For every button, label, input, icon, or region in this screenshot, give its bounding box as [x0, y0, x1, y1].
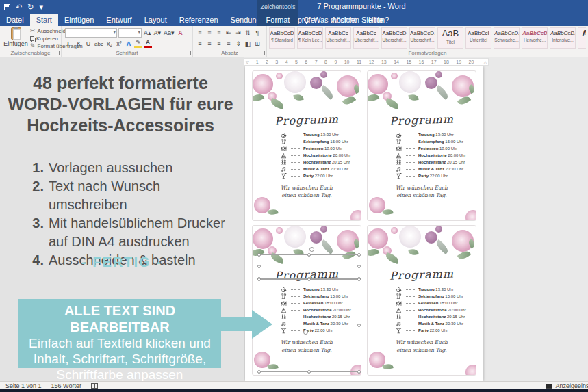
- display-settings-label[interactable]: Anzeigeeinst: [555, 382, 588, 389]
- align-center-button[interactable]: ≡: [205, 39, 214, 49]
- program-item[interactable]: Festessen 18:00 Uhr: [395, 145, 476, 152]
- shading-button[interactable]: ◧: [244, 39, 252, 49]
- program-item[interactable]: Party 22:00 Uhr: [395, 172, 476, 179]
- redo-icon[interactable]: ↻: [27, 3, 34, 11]
- program-title-textbox[interactable]: Programm: [368, 266, 476, 283]
- program-item[interactable]: Trauung 13:30 Uhr: [395, 131, 476, 138]
- bullet-list-button[interactable]: ≡: [196, 28, 204, 38]
- style-chip[interactable]: AaBbCcD¶ Standard: [269, 27, 295, 49]
- subscript-button[interactable]: x₂: [105, 39, 114, 49]
- tab-format[interactable]: Format: [257, 14, 298, 26]
- increase-indent-button[interactable]: ⇥: [234, 28, 242, 38]
- program-item[interactable]: Hochzeitstorte 20:00 Uhr: [280, 152, 361, 159]
- program-item[interactable]: Musik & Tanz 20:30 Uhr: [395, 166, 476, 172]
- justify-button[interactable]: ≡: [225, 39, 233, 49]
- underline-button[interactable]: U: [84, 39, 92, 49]
- tab-entwurf[interactable]: Entwurf: [100, 14, 138, 26]
- program-item[interactable]: Hochzeitstanz 20:15 Uhr: [280, 159, 361, 166]
- shrink-font-button[interactable]: A▾: [153, 28, 162, 38]
- decrease-indent-button[interactable]: ⇤: [225, 28, 233, 38]
- borders-button[interactable]: ⊞: [253, 39, 261, 49]
- program-item[interactable]: Hochzeitstanz 20:15 Uhr: [395, 159, 476, 166]
- tell-me-box[interactable]: Was möchten Sie tun?: [304, 14, 389, 26]
- sort-button[interactable]: ⇅: [244, 28, 252, 38]
- program-item[interactable]: Party 22:00 Uhr: [280, 327, 361, 334]
- customize-toolbar-icon[interactable]: ▾: [39, 3, 43, 11]
- program-card[interactable]: Programm Trauung 13:30 UhrSektempfang 15…: [367, 70, 476, 221]
- grow-font-button[interactable]: A▴: [143, 28, 152, 38]
- numbered-list-button[interactable]: ≡: [205, 28, 214, 38]
- program-item[interactable]: Trauung 13:30 Uhr: [280, 286, 361, 293]
- program-item[interactable]: Sektempfang 15:00 Uhr: [395, 293, 476, 300]
- program-title-textbox[interactable]: Programm: [253, 112, 361, 129]
- horizontal-ruler[interactable]: ▽ 1234567891011121314151617181920 △: [244, 58, 489, 66]
- wish-textbox[interactable]: Wir wünschen Euch einen schönen Tag.: [368, 184, 476, 200]
- page-count[interactable]: Seite 1 von 1: [5, 382, 42, 389]
- program-item[interactable]: Musik & Tanz 20:30 Uhr: [280, 320, 361, 327]
- font-size-combo[interactable]: [118, 28, 142, 38]
- style-chip[interactable]: AaBbCcD¶ Kein Lee..: [297, 27, 323, 49]
- program-item[interactable]: Festessen 18:00 Uhr: [280, 145, 361, 152]
- style-chip[interactable]: AaBbCcD.Hervorhe...: [522, 27, 548, 49]
- document-page[interactable]: Programm Trauung 13:30 UhrSektempfang 15…: [245, 66, 483, 381]
- strikethrough-button[interactable]: abc: [94, 39, 104, 49]
- align-left-button[interactable]: ≡: [196, 39, 204, 49]
- font-name-combo[interactable]: [65, 28, 117, 38]
- tab-start[interactable]: Start: [30, 14, 58, 26]
- wish-textbox[interactable]: Wir wünschen Euch einen schönen Tag.: [253, 184, 361, 200]
- pilcrow-button[interactable]: ¶: [253, 28, 261, 38]
- program-title-textbox[interactable]: Programm: [253, 266, 361, 283]
- bold-button[interactable]: F: [65, 39, 73, 49]
- program-card[interactable]: Programm Trauung 13:30 UhrSektempfang 15…: [252, 225, 361, 376]
- program-item[interactable]: Hochzeitstanz 20:15 Uhr: [395, 313, 476, 320]
- change-case-button[interactable]: Aa▾: [163, 28, 175, 38]
- program-item[interactable]: Festessen 18:00 Uhr: [395, 300, 476, 306]
- program-item[interactable]: Musik & Tanz 20:30 Uhr: [280, 166, 361, 172]
- save-icon[interactable]: [4, 4, 10, 10]
- paste-button[interactable]: Einfügen: [3, 27, 29, 51]
- tab-datei[interactable]: Datei: [0, 14, 30, 26]
- proofing-icon[interactable]: [91, 383, 98, 389]
- program-item[interactable]: Hochzeitstorte 20:00 Uhr: [280, 306, 361, 313]
- dialog-launcher-icon[interactable]: [261, 51, 265, 55]
- clear-formatting-button[interactable]: A: [177, 28, 185, 38]
- style-chip[interactable]: AaBbCcD.Intensive...: [550, 27, 576, 49]
- align-right-button[interactable]: ≡: [215, 39, 223, 49]
- text-effects-button[interactable]: A: [125, 39, 133, 49]
- program-item[interactable]: Party 22:00 Uhr: [395, 327, 476, 334]
- superscript-button[interactable]: x²: [115, 39, 123, 49]
- program-item[interactable]: Hochzeitstorte 20:00 Uhr: [395, 152, 476, 159]
- selection-handle[interactable]: [307, 370, 311, 374]
- italic-button[interactable]: K: [75, 39, 83, 49]
- style-chip[interactable]: AaBbCcDÜberschrif...: [381, 27, 407, 49]
- undo-icon[interactable]: ↶: [16, 3, 22, 11]
- style-chip[interactable]: AaBbCcD.Überschrif...: [409, 27, 435, 49]
- tab-einfügen[interactable]: Einfügen: [58, 14, 100, 26]
- wish-textbox[interactable]: Wir wünschen Euch einen schönen Tag.: [368, 339, 476, 354]
- program-item[interactable]: Musik & Tanz 20:30 Uhr: [395, 320, 476, 327]
- text-highlight-button[interactable]: ✎: [134, 39, 142, 48]
- program-title-textbox[interactable]: Programm: [368, 112, 476, 129]
- wish-textbox[interactable]: Wir wünschen Euch einen schönen Tag.: [253, 339, 361, 354]
- program-item[interactable]: Hochzeitstorte 20:00 Uhr: [395, 306, 476, 313]
- program-item[interactable]: Party 22:00 Uhr: [280, 172, 361, 179]
- font-color-button[interactable]: A: [144, 39, 152, 48]
- dialog-launcher-icon[interactable]: [55, 51, 60, 55]
- program-item[interactable]: Festessen 18:00 Uhr: [280, 300, 361, 306]
- program-item[interactable]: Sektempfang 15:00 Uhr: [280, 293, 361, 300]
- line-spacing-button[interactable]: ⇕: [234, 39, 242, 49]
- dialog-launcher-icon[interactable]: [187, 51, 191, 55]
- style-chip[interactable]: AaBbCcIUntertitel: [465, 27, 491, 49]
- style-chip[interactable]: AaBTitel: [437, 27, 463, 49]
- right-indent-marker-icon[interactable]: △: [483, 60, 487, 64]
- tab-layout[interactable]: Layout: [138, 14, 173, 26]
- program-card[interactable]: Programm Trauung 13:30 UhrSektempfang 15…: [367, 225, 476, 376]
- program-item[interactable]: Sektempfang 15:00 Uhr: [395, 138, 476, 145]
- style-chip[interactable]: AaB: [578, 27, 586, 49]
- tab-referenzen[interactable]: Referenzen: [173, 14, 225, 26]
- style-chip[interactable]: AaBbCcD.Schwache...: [494, 27, 520, 49]
- selection-handle[interactable]: [257, 265, 261, 268]
- program-card[interactable]: Programm Trauung 13:30 UhrSektempfang 15…: [252, 70, 361, 221]
- program-item[interactable]: Hochzeitstanz 20:15 Uhr: [280, 313, 361, 320]
- program-item[interactable]: Trauung 13:30 Uhr: [395, 286, 476, 293]
